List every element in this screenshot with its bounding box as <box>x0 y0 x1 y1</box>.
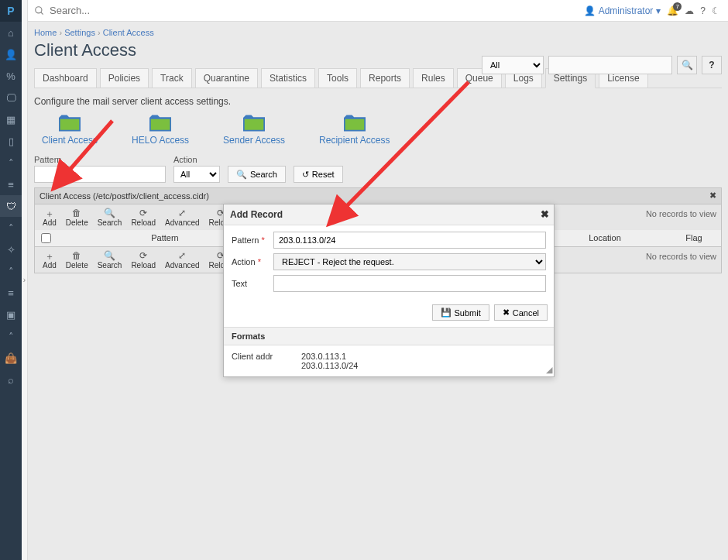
tab-tools[interactable]: Tools <box>318 68 357 88</box>
col-flag[interactable]: Flag <box>667 230 721 246</box>
add-button[interactable]: ＋Add <box>38 206 61 228</box>
helo-access-link[interactable]: HELO Access <box>132 115 189 146</box>
percent-icon[interactable]: % <box>0 65 22 87</box>
access-label: Recipient Access <box>319 135 390 146</box>
modal-pattern-label: Pattern * <box>232 235 273 245</box>
breadcrumb-sep: › <box>98 28 101 37</box>
format-name: Client addr <box>232 352 301 370</box>
search-icon <box>34 5 45 16</box>
app-logo[interactable]: P <box>0 0 22 22</box>
plus-icon: ＋ <box>45 250 54 261</box>
breadcrumb: Home › Settings › Client Access <box>34 28 722 37</box>
search-box <box>34 5 204 16</box>
tab-statistics[interactable]: Statistics <box>261 68 315 88</box>
select-all-checkbox[interactable] <box>41 233 51 243</box>
recipient-access-link[interactable]: Recipient Access <box>319 115 390 146</box>
search-button[interactable]: 🔍Search <box>228 166 286 183</box>
gear-icon[interactable]: ✧ <box>0 239 22 260</box>
sliders-icon[interactable]: ≡ <box>0 282 22 304</box>
action-filter-select[interactable]: All <box>173 166 220 183</box>
delete-button[interactable]: 🗑Delete <box>61 249 93 271</box>
modal-titlebar[interactable]: Add Record ✖ <box>224 204 554 225</box>
list-icon[interactable]: ≡ <box>0 173 22 195</box>
moon-icon[interactable]: ☾ <box>712 5 720 16</box>
pattern-filter-label: Pattern <box>34 155 166 164</box>
close-icon: ✖ <box>503 307 510 318</box>
advanced-icon: ⤢ <box>178 208 186 218</box>
client-access-link[interactable]: Client Access <box>42 115 98 146</box>
toolbar-search-button[interactable]: 🔍Search <box>93 206 127 228</box>
modal-pattern-input[interactable] <box>273 232 546 249</box>
header-filter-input[interactable] <box>548 56 672 74</box>
sidebar-collapse-handle[interactable]: › <box>22 0 28 560</box>
reload-button[interactable]: ⟳Reload <box>126 206 160 228</box>
tab-rules[interactable]: Rules <box>413 68 454 88</box>
breadcrumb-current[interactable]: Client Access <box>103 28 154 37</box>
search-input[interactable] <box>50 5 204 16</box>
toolbar-search-button[interactable]: 🔍Search <box>93 249 127 271</box>
modal-close-icon[interactable]: ✖ <box>541 208 549 220</box>
monitor-icon[interactable]: 🖵 <box>0 87 22 108</box>
chevron-icon[interactable]: ˄ <box>0 217 22 239</box>
bag-icon[interactable]: 👜 <box>0 347 22 369</box>
save-icon: 💾 <box>441 307 452 318</box>
user-label: Administrator <box>599 5 654 16</box>
svg-rect-5 <box>345 119 365 130</box>
svg-point-0 <box>36 6 42 12</box>
modules-icon[interactable]: ▣ <box>0 304 22 325</box>
resize-handle-icon[interactable]: ◢ <box>546 365 552 375</box>
topbar: 👤 Administrator ▾ 🔔7 ☁ ? ☾ <box>0 0 728 22</box>
header-help-button[interactable]: ? <box>702 56 722 74</box>
delete-button[interactable]: 🗑Delete <box>61 206 93 228</box>
sender-access-link[interactable]: Sender Access <box>223 115 285 146</box>
tab-policies[interactable]: Policies <box>100 68 149 88</box>
modal-action-select[interactable]: REJECT - Reject the request. <box>273 253 546 270</box>
notifications-button[interactable]: 🔔7 <box>667 5 678 16</box>
chevron-icon[interactable]: ˄ <box>0 152 22 173</box>
search-icon: 🔍 <box>104 250 115 261</box>
tab-track[interactable]: Track <box>152 68 192 88</box>
add-button[interactable]: ＋Add <box>38 249 61 271</box>
tab-quarantine[interactable]: Quarantine <box>195 68 258 88</box>
format-example-2: 203.0.113.0/24 <box>301 361 546 370</box>
trash-icon: 🗑 <box>72 250 81 261</box>
advanced-button[interactable]: ⤢Advanced <box>160 249 204 271</box>
col-location[interactable]: Location <box>543 230 667 246</box>
search-icon: 🔍 <box>104 208 115 218</box>
submit-button[interactable]: 💾Submit <box>432 304 489 321</box>
add-record-modal: Add Record ✖ Pattern * Action * REJECT -… <box>223 204 555 377</box>
help-icon[interactable]: ? <box>700 5 706 16</box>
key-icon[interactable]: ⌕ <box>0 369 22 390</box>
breadcrumb-settings[interactable]: Settings <box>64 28 95 37</box>
book-icon[interactable]: ▯ <box>0 130 22 152</box>
header-search-button[interactable]: 🔍 <box>677 56 697 74</box>
breadcrumb-home[interactable]: Home <box>34 28 57 37</box>
no-records-text: No records to view <box>646 252 716 261</box>
svg-rect-2 <box>60 119 80 130</box>
svg-rect-3 <box>151 119 170 130</box>
advanced-button[interactable]: ⤢Advanced <box>160 206 204 228</box>
reset-icon: ↺ <box>302 170 309 180</box>
chevron-icon[interactable]: ˄ <box>0 325 22 347</box>
svg-rect-4 <box>245 119 264 130</box>
action-filter-label: Action <box>173 155 220 164</box>
reset-button[interactable]: ↺Reset <box>294 166 343 183</box>
user-icon[interactable]: 👤 <box>0 43 22 65</box>
reload-button[interactable]: ⟳Reload <box>126 249 160 271</box>
folder-icon <box>243 115 265 132</box>
shield-icon[interactable]: 🛡 <box>0 195 22 217</box>
tab-dashboard[interactable]: Dashboard <box>34 68 97 88</box>
pattern-filter-input[interactable] <box>34 166 166 183</box>
grid-close-icon[interactable]: ✖ <box>709 191 716 201</box>
cloud-icon[interactable]: ☁ <box>685 5 694 16</box>
chevron-icon[interactable]: ˄ <box>0 260 22 282</box>
cancel-button[interactable]: ✖Cancel <box>494 304 548 321</box>
home-icon[interactable]: ⌂ <box>0 22 22 43</box>
modal-text-input[interactable] <box>273 275 546 292</box>
tab-reports[interactable]: Reports <box>360 68 410 88</box>
header-filter: All 🔍 ? <box>482 56 722 74</box>
grid-icon[interactable]: ▦ <box>0 108 22 130</box>
header-filter-select[interactable]: All <box>482 56 544 74</box>
formats-header: Formats <box>224 327 554 345</box>
user-menu[interactable]: 👤 Administrator ▾ <box>584 5 661 16</box>
